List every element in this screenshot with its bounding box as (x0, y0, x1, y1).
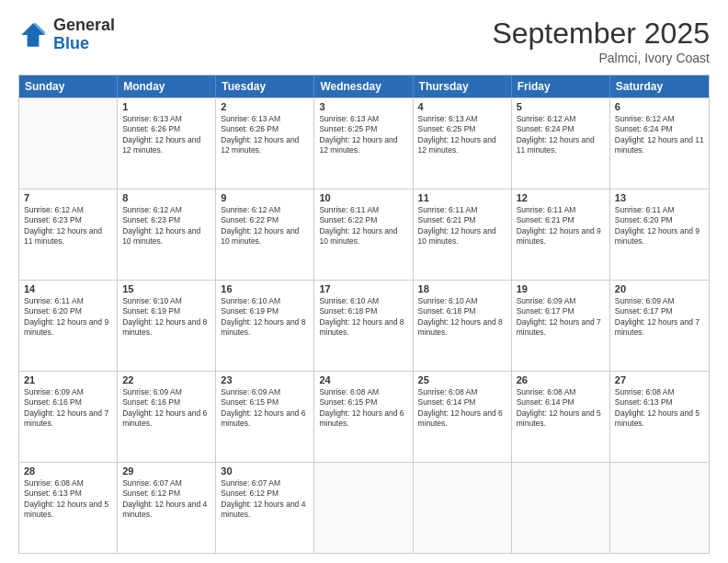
calendar-cell-21: 21Sunrise: 6:09 AM Sunset: 6:16 PM Dayli… (19, 372, 118, 462)
day-number: 3 (319, 101, 407, 112)
day-info: Sunrise: 6:08 AM Sunset: 6:13 PM Dayligh… (24, 478, 112, 521)
calendar-cell-22: 22Sunrise: 6:09 AM Sunset: 6:16 PM Dayli… (118, 372, 216, 462)
day-info: Sunrise: 6:12 AM Sunset: 6:23 PM Dayligh… (24, 205, 112, 247)
calendar-cell-16: 16Sunrise: 6:10 AM Sunset: 6:19 PM Dayli… (216, 281, 314, 371)
logo-text: General Blue (53, 17, 115, 53)
day-info: Sunrise: 6:12 AM Sunset: 6:22 PM Dayligh… (221, 205, 309, 247)
day-info: Sunrise: 6:09 AM Sunset: 6:17 PM Dayligh… (517, 296, 605, 339)
calendar-cell-6: 6Sunrise: 6:12 AM Sunset: 6:24 PM Daylig… (610, 98, 709, 189)
day-number: 19 (517, 283, 605, 294)
day-info: Sunrise: 6:11 AM Sunset: 6:21 PM Dayligh… (517, 205, 605, 247)
calendar-cell-20: 20Sunrise: 6:09 AM Sunset: 6:17 PM Dayli… (610, 281, 709, 371)
day-info: Sunrise: 6:08 AM Sunset: 6:15 PM Dayligh… (319, 387, 407, 430)
calendar-cell-29: 29Sunrise: 6:07 AM Sunset: 6:12 PM Dayli… (118, 463, 216, 553)
calendar-cell-empty-3 (314, 463, 413, 553)
day-number: 20 (615, 283, 704, 294)
day-number: 2 (221, 101, 309, 112)
logo-blue-text: Blue (53, 35, 115, 53)
day-number: 12 (517, 192, 605, 203)
day-info: Sunrise: 6:07 AM Sunset: 6:12 PM Dayligh… (122, 478, 210, 521)
day-number: 29 (122, 465, 210, 477)
header-day-tuesday: Tuesday (216, 75, 314, 98)
calendar-cell-25: 25Sunrise: 6:08 AM Sunset: 6:14 PM Dayli… (414, 372, 512, 462)
header-day-thursday: Thursday (414, 75, 512, 98)
svg-marker-0 (21, 23, 45, 47)
day-info: Sunrise: 6:08 AM Sunset: 6:14 PM Dayligh… (418, 387, 506, 430)
calendar-cell-19: 19Sunrise: 6:09 AM Sunset: 6:17 PM Dayli… (512, 281, 610, 371)
month-title: September 2025 (492, 17, 710, 51)
calendar-cell-2: 2Sunrise: 6:13 AM Sunset: 6:26 PM Daylig… (216, 98, 314, 189)
day-number: 17 (319, 283, 407, 294)
day-info: Sunrise: 6:09 AM Sunset: 6:16 PM Dayligh… (24, 387, 112, 430)
day-number: 4 (418, 101, 506, 112)
day-number: 7 (24, 192, 112, 203)
calendar-cell-27: 27Sunrise: 6:08 AM Sunset: 6:13 PM Dayli… (610, 372, 709, 462)
logo: General Blue (18, 17, 115, 53)
header-day-monday: Monday (118, 75, 216, 98)
day-info: Sunrise: 6:13 AM Sunset: 6:25 PM Dayligh… (418, 114, 506, 156)
day-info: Sunrise: 6:08 AM Sunset: 6:13 PM Dayligh… (615, 387, 704, 430)
day-info: Sunrise: 6:10 AM Sunset: 6:19 PM Dayligh… (221, 296, 309, 339)
header-day-saturday: Saturday (610, 75, 709, 98)
calendar-row-2: 7Sunrise: 6:12 AM Sunset: 6:23 PM Daylig… (19, 189, 709, 280)
calendar-cell-10: 10Sunrise: 6:11 AM Sunset: 6:22 PM Dayli… (314, 190, 413, 280)
calendar-cell-12: 12Sunrise: 6:11 AM Sunset: 6:21 PM Dayli… (512, 190, 610, 280)
day-info: Sunrise: 6:13 AM Sunset: 6:25 PM Dayligh… (319, 114, 407, 156)
day-info: Sunrise: 6:07 AM Sunset: 6:12 PM Dayligh… (221, 478, 309, 521)
day-number: 30 (221, 465, 309, 477)
day-info: Sunrise: 6:09 AM Sunset: 6:17 PM Dayligh… (615, 296, 704, 339)
day-number: 22 (122, 374, 210, 385)
day-info: Sunrise: 6:11 AM Sunset: 6:20 PM Dayligh… (615, 205, 704, 247)
calendar-cell-empty-5 (512, 463, 610, 553)
day-number: 21 (24, 374, 112, 385)
calendar-cell-4: 4Sunrise: 6:13 AM Sunset: 6:25 PM Daylig… (414, 98, 512, 189)
calendar-row-1: 1Sunrise: 6:13 AM Sunset: 6:26 PM Daylig… (19, 98, 709, 189)
day-number: 8 (122, 192, 210, 203)
day-number: 11 (418, 192, 506, 203)
calendar-row-5: 28Sunrise: 6:08 AM Sunset: 6:13 PM Dayli… (19, 462, 709, 553)
day-number: 9 (221, 192, 309, 203)
calendar-cell-17: 17Sunrise: 6:10 AM Sunset: 6:18 PM Dayli… (314, 281, 413, 371)
logo-general-text: General (53, 17, 115, 35)
calendar: SundayMondayTuesdayWednesdayThursdayFrid… (18, 75, 710, 554)
header: General Blue September 2025 Palmci, Ivor… (18, 17, 710, 65)
calendar-cell-7: 7Sunrise: 6:12 AM Sunset: 6:23 PM Daylig… (19, 190, 118, 280)
location-subtitle: Palmci, Ivory Coast (492, 51, 710, 65)
page: General Blue September 2025 Palmci, Ivor… (0, 0, 728, 563)
day-number: 24 (319, 374, 407, 385)
day-number: 14 (24, 283, 112, 294)
calendar-cell-9: 9Sunrise: 6:12 AM Sunset: 6:22 PM Daylig… (216, 190, 314, 280)
logo-icon (18, 20, 48, 50)
day-info: Sunrise: 6:12 AM Sunset: 6:23 PM Dayligh… (122, 205, 210, 247)
day-info: Sunrise: 6:11 AM Sunset: 6:21 PM Dayligh… (418, 205, 506, 247)
calendar-row-4: 21Sunrise: 6:09 AM Sunset: 6:16 PM Dayli… (19, 371, 709, 462)
calendar-cell-14: 14Sunrise: 6:11 AM Sunset: 6:20 PM Dayli… (19, 281, 118, 371)
header-day-friday: Friday (512, 75, 610, 98)
day-number: 1 (122, 101, 210, 112)
day-number: 28 (24, 465, 112, 477)
day-info: Sunrise: 6:09 AM Sunset: 6:15 PM Dayligh… (221, 387, 309, 430)
day-number: 23 (221, 374, 309, 385)
header-day-wednesday: Wednesday (314, 75, 413, 98)
calendar-cell-3: 3Sunrise: 6:13 AM Sunset: 6:25 PM Daylig… (314, 98, 413, 189)
day-number: 13 (615, 192, 704, 203)
title-area: September 2025 Palmci, Ivory Coast (492, 17, 710, 65)
calendar-cell-23: 23Sunrise: 6:09 AM Sunset: 6:15 PM Dayli… (216, 372, 314, 462)
calendar-row-3: 14Sunrise: 6:11 AM Sunset: 6:20 PM Dayli… (19, 280, 709, 371)
day-info: Sunrise: 6:10 AM Sunset: 6:18 PM Dayligh… (319, 296, 407, 339)
day-info: Sunrise: 6:10 AM Sunset: 6:19 PM Dayligh… (122, 296, 210, 339)
calendar-cell-28: 28Sunrise: 6:08 AM Sunset: 6:13 PM Dayli… (19, 463, 118, 553)
calendar-cell-24: 24Sunrise: 6:08 AM Sunset: 6:15 PM Dayli… (314, 372, 413, 462)
calendar-cell-1: 1Sunrise: 6:13 AM Sunset: 6:26 PM Daylig… (118, 98, 216, 189)
day-number: 6 (615, 101, 704, 112)
day-number: 26 (517, 374, 605, 385)
day-info: Sunrise: 6:13 AM Sunset: 6:26 PM Dayligh… (122, 114, 210, 156)
calendar-cell-13: 13Sunrise: 6:11 AM Sunset: 6:20 PM Dayli… (610, 190, 709, 280)
day-number: 25 (418, 374, 506, 385)
day-number: 15 (122, 283, 210, 294)
day-info: Sunrise: 6:13 AM Sunset: 6:26 PM Dayligh… (221, 114, 309, 156)
day-info: Sunrise: 6:08 AM Sunset: 6:14 PM Dayligh… (517, 387, 605, 430)
day-info: Sunrise: 6:12 AM Sunset: 6:24 PM Dayligh… (517, 114, 605, 156)
day-info: Sunrise: 6:12 AM Sunset: 6:24 PM Dayligh… (615, 114, 704, 156)
calendar-cell-empty-0 (19, 98, 118, 189)
